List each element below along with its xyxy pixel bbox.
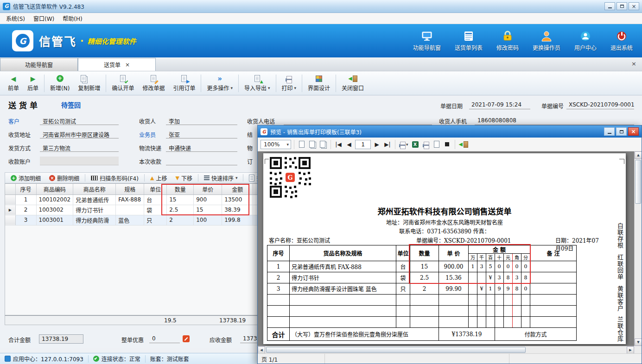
- doc-date-field[interactable]: 2021-07-09 15:24: [469, 100, 530, 109]
- discount-edit-icon[interactable]: [183, 335, 190, 342]
- tab-close-icon[interactable]: ×: [125, 62, 130, 68]
- collect-field[interactable]: [166, 157, 237, 165]
- preview-close-button[interactable]: ×: [628, 127, 639, 136]
- menu-help[interactable]: 帮助(H): [58, 13, 86, 24]
- chevron-down-icon: ▾: [294, 86, 297, 90]
- quick-print-button[interactable]: [421, 139, 431, 150]
- receiver-mobile-field[interactable]: 18608080808: [475, 116, 634, 125]
- receivable-label: 应收金额: [210, 336, 232, 344]
- add-detail-button[interactable]: +添加明细: [7, 173, 44, 183]
- zoom-combo[interactable]: 100% ▾: [261, 140, 291, 149]
- salesman-field[interactable]: 张亚: [166, 130, 237, 138]
- close-window-button[interactable]: ◀关闭窗口: [337, 73, 368, 93]
- first-page-button[interactable]: |◀: [334, 139, 343, 150]
- logistics-field[interactable]: 申通快递: [166, 143, 237, 152]
- page-indicator: 页 1/1: [258, 354, 325, 364]
- print-button[interactable]: 打印▾: [278, 73, 301, 93]
- preview-minimize-button[interactable]: [604, 127, 615, 136]
- move-up-button[interactable]: ▲上移: [146, 173, 171, 183]
- copy-add-button[interactable]: 复制新增: [74, 73, 104, 93]
- user-center-icon: [579, 30, 591, 42]
- col-price[interactable]: 单价: [194, 184, 222, 195]
- col-code[interactable]: 商品编码: [36, 184, 73, 195]
- nav-window-button[interactable]: 功能导航窗: [413, 30, 441, 51]
- exit-system-button[interactable]: 退出系统: [610, 30, 633, 51]
- operator-icon: [540, 30, 553, 42]
- confirm-button[interactable]: 确认开单: [108, 73, 138, 93]
- more-actions-button[interactable]: »更多操作▾: [203, 73, 237, 93]
- maximize-button[interactable]: [617, 2, 627, 10]
- single-page-view-button[interactable]: [297, 139, 306, 150]
- ui-design-button[interactable]: 界面设计: [304, 73, 334, 93]
- scrollbar-thumb[interactable]: [635, 160, 641, 204]
- address-label: 收货地址: [8, 131, 31, 138]
- vertical-scrollbar[interactable]: ▲ ▼: [634, 151, 642, 346]
- close-preview-button[interactable]: ◀: [458, 139, 469, 150]
- customer-field[interactable]: 亚拓公司测试: [40, 116, 119, 125]
- col-seq[interactable]: 序号: [15, 184, 36, 195]
- ship-method-field[interactable]: 第三方物流: [40, 143, 119, 152]
- preview-status-bar: 页 1/1: [258, 353, 642, 364]
- add-button[interactable]: +新增(N): [46, 73, 74, 93]
- col-amount[interactable]: 金额: [222, 184, 253, 195]
- page-number-field[interactable]: [355, 140, 371, 149]
- tab-nav-window[interactable]: 功能导航窗: [0, 58, 78, 71]
- tabstrip-close-icon[interactable]: ×: [631, 60, 642, 71]
- import-export-button[interactable]: ▲导入导出▾: [240, 73, 274, 93]
- minimize-button[interactable]: [604, 2, 615, 10]
- scroll-right-icon[interactable]: ▶: [627, 346, 634, 353]
- preview-total-amount: ¥13738.19: [439, 328, 495, 341]
- preview-maximize-button[interactable]: [616, 127, 627, 136]
- door-icon: [353, 75, 357, 82]
- ref-order-button[interactable]: ▶引用订单: [169, 73, 199, 93]
- receiver-field[interactable]: 李加: [166, 116, 237, 125]
- prev-doc-button[interactable]: ◀前单: [4, 73, 23, 93]
- page-setup-button[interactable]: [432, 139, 441, 150]
- receiver-phone-field[interactable]: [284, 116, 432, 125]
- switch-operator-button[interactable]: 更换操作员: [533, 30, 560, 51]
- continuous-view-button[interactable]: [318, 139, 328, 150]
- doc-no-field[interactable]: XSCKD-20210709-0001: [566, 100, 634, 109]
- preview-table-row: 2 得力订书针 袋 2.5 15.36 ¥ 3 8 3 8: [267, 272, 577, 283]
- export-excel-button[interactable]: [411, 139, 420, 150]
- tab-delivery-note[interactable]: 送货单 ×: [78, 58, 156, 71]
- col-qty[interactable]: 数量: [167, 184, 194, 195]
- move-down-button[interactable]: ▼下移: [172, 173, 196, 183]
- scroll-left-icon[interactable]: ◀: [258, 346, 265, 353]
- preview-title-bar[interactable]: 预览 - 销售出库单打印模板(三联单3) ×: [258, 126, 642, 138]
- account-field[interactable]: [40, 157, 119, 165]
- last-page-button[interactable]: ▶|: [383, 139, 392, 150]
- document-page: G 郑州亚拓软件科技有限公司销售送货单 地址：河南省郑州市金水区东风路明天财智名…: [263, 153, 626, 344]
- col-spec[interactable]: 规格: [116, 184, 144, 195]
- prev-page-button[interactable]: ◀: [344, 139, 354, 150]
- menu-window[interactable]: 窗口(W): [29, 13, 58, 24]
- change-password-button[interactable]: 修改密码: [496, 30, 519, 51]
- two-page-view-button[interactable]: [308, 139, 317, 150]
- doc-date-label: 单据日期: [440, 102, 463, 110]
- scan-barcode-button[interactable]: 扫描条形码(F4): [87, 173, 142, 183]
- modify-button[interactable]: 修改单据: [138, 73, 169, 93]
- logistics-no-label: 物: [247, 144, 253, 152]
- close-button[interactable]: ×: [629, 2, 639, 10]
- address-field[interactable]: 河南省郑州市中原区建设路: [40, 130, 119, 138]
- user-center-button[interactable]: 用户中心: [574, 30, 597, 51]
- discount-field[interactable]: 0: [149, 334, 180, 343]
- next-page-button[interactable]: ▶: [372, 139, 381, 150]
- col-unit[interactable]: 单位: [144, 184, 167, 195]
- company-contact: 联系电话：0371-63563890 传真：: [263, 227, 626, 235]
- collect-label: 本次收款: [139, 157, 161, 165]
- horizontal-scrollbar[interactable]: ◀ ▶: [258, 346, 634, 353]
- stop-button[interactable]: [443, 139, 452, 150]
- qr-code: G: [269, 156, 311, 199]
- delete-detail-button[interactable]: ×删除明细: [45, 173, 83, 183]
- menu-system[interactable]: 系统(S): [2, 13, 29, 24]
- col-name[interactable]: 商品名称: [73, 184, 116, 195]
- quick-sort-button[interactable]: 快速排序▾: [200, 173, 242, 183]
- next-doc-button[interactable]: ▶后单: [23, 73, 43, 93]
- svg-text:G: G: [287, 174, 292, 181]
- scrollbar-thumb[interactable]: [266, 347, 526, 353]
- print-dropdown-button[interactable]: ▾: [398, 139, 409, 150]
- delivery-list-button[interactable]: 送货单列表: [455, 30, 483, 51]
- scroll-up-icon[interactable]: ▲: [635, 151, 642, 159]
- scroll-down-icon[interactable]: ▼: [635, 339, 642, 346]
